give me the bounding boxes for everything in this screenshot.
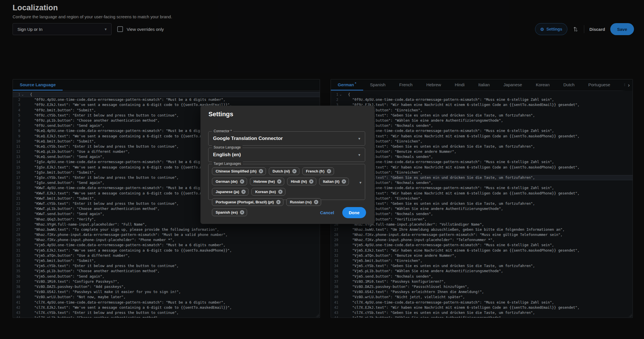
target-language-chip[interactable]: Chinese Simplified (zh) × (212, 167, 266, 175)
target-language-chip[interactable]: Korean (ko) × (251, 188, 285, 196)
target-languages-label: Target Languages (212, 162, 243, 166)
target-language-chip[interactable]: Hindi (hi) × (287, 178, 316, 185)
target-language-chip[interactable]: Russian (ru) × (286, 198, 321, 206)
chip-label: Spanish (es) (216, 210, 238, 214)
source-language-label: Source Language (212, 145, 243, 149)
target-language-chip[interactable]: Dutch (nl) × (269, 167, 299, 175)
remove-chip-icon[interactable]: × (277, 179, 281, 184)
chip-label: Hebrew (he) (254, 179, 275, 184)
remove-chip-icon[interactable]: × (278, 190, 283, 194)
connector-label: Connector * (212, 129, 233, 133)
remove-chip-icon[interactable]: × (240, 210, 244, 214)
target-language-chip[interactable]: Portuguese (Portugal, Brazil) (pt) × (212, 198, 283, 206)
connector-value: Google Translation Connector (213, 136, 283, 141)
remove-chip-icon[interactable]: × (241, 190, 246, 194)
chip-label: Russian (ru) (290, 200, 312, 204)
chevron-down-icon: ▾ (358, 153, 360, 157)
target-language-chip[interactable]: Japanese (ja) × (212, 188, 249, 196)
done-button[interactable]: Done (342, 207, 366, 218)
source-language-value: English (en) (213, 152, 241, 158)
modal-title: Settings (208, 111, 233, 118)
modal-actions: Cancel Done (320, 207, 366, 218)
remove-chip-icon[interactable]: × (327, 169, 331, 173)
remove-chip-icon[interactable]: × (309, 179, 313, 184)
chip-label: Chinese Simplified (zh) (216, 169, 257, 173)
target-language-chip[interactable]: French (fr) × (302, 167, 334, 175)
chip-label: French (fr) (306, 169, 325, 173)
chevron-down-icon: ▾ (359, 180, 361, 185)
settings-modal: Settings Connector * Google Translation … (200, 106, 375, 224)
target-language-chip[interactable]: Hebrew (he) × (250, 178, 284, 185)
source-language-select[interactable]: Source Language English (en) ▾ (208, 148, 365, 162)
chip-label: Japanese (ja) (216, 190, 239, 194)
target-language-chip[interactable]: Spanish (es) × (212, 208, 247, 216)
remove-chip-icon[interactable]: × (240, 179, 244, 184)
localization-page: Localization Configure the language and … (0, 0, 644, 339)
cancel-button[interactable]: Cancel (320, 210, 334, 215)
remove-chip-icon[interactable]: × (292, 169, 297, 173)
chip-label: Hindi (hi) (291, 179, 307, 184)
chip-label: German (de) (216, 179, 238, 184)
chip-label: Italian (it) (323, 179, 339, 184)
remove-chip-icon[interactable]: × (276, 200, 281, 204)
chip-label: Dutch (nl) (273, 169, 290, 173)
connector-select[interactable]: Connector * Google Translation Connector… (208, 131, 365, 146)
remove-chip-icon[interactable]: × (314, 200, 318, 204)
chevron-down-icon: ▾ (358, 136, 360, 141)
remove-chip-icon[interactable]: × (259, 169, 263, 173)
target-languages-multiselect[interactable]: Target Languages Chinese Simplified (zh)… (208, 164, 365, 200)
target-language-chip[interactable]: German (de) × (212, 178, 247, 185)
chip-label: Portuguese (Portugal, Brazil) (pt) (216, 200, 274, 204)
target-language-chip[interactable]: Italian (it) × (319, 178, 349, 185)
chip-label: Korean (ko) (255, 190, 276, 194)
remove-chip-icon[interactable]: × (342, 179, 346, 184)
